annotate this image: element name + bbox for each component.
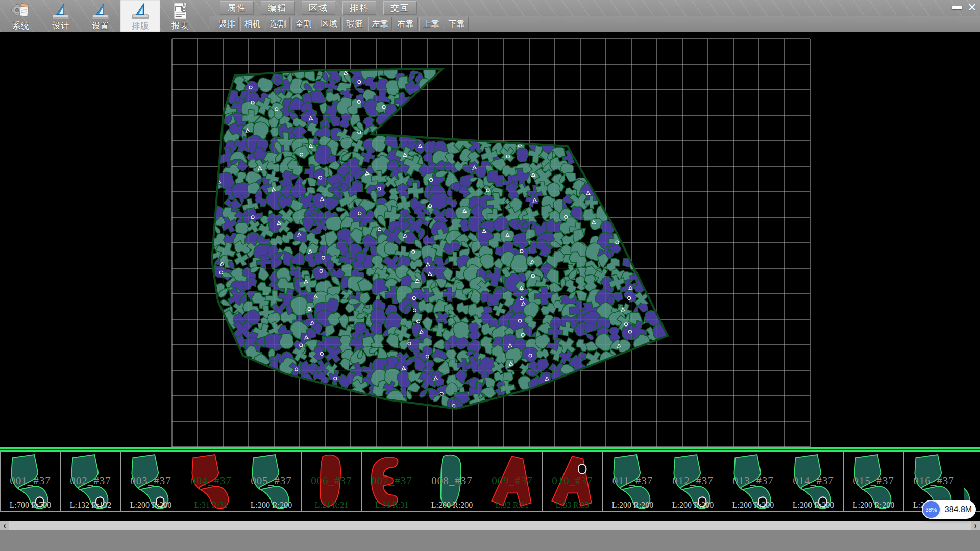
filmstrip-cell-002_#37[interactable]: 002_#37L:132 R:132 [60,452,120,512]
tool-button-选割[interactable]: 选割 [266,17,290,31]
tool-button-全割[interactable]: 全割 [291,17,315,31]
scroll-left-button[interactable]: ‹ [0,521,9,530]
piece-name: 002_#37 [61,474,120,487]
piece-name: 010_#37 [543,474,602,487]
close-icon: ✕ [967,1,976,14]
menu-tab-交互[interactable]: 交互 [383,1,417,15]
report-document-icon [169,2,191,20]
piece-lr-count: L:200 R:200 [603,500,663,510]
app-tab-label: 设计 [52,21,69,32]
tool-button-bar: 聚排相机选割全割区域瑕疵左靠右靠上靠下靠 [215,17,469,31]
piece-name: 0 [964,474,980,487]
nesting-ruler-icon [130,2,151,20]
tool-button-左靠[interactable]: 左靠 [368,17,392,31]
filmstrip-gap [0,512,980,521]
tool-button-瑕疵[interactable]: 瑕疵 [342,17,366,31]
piece-name: 005_#37 [241,474,301,487]
nesting-canvas[interactable] [0,32,980,447]
app-tab-系统[interactable]: 系统 [1,0,41,32]
piece-lr-count: L:200 R:200 [663,500,723,510]
piece-filmstrip: 001_#37L:700 R:700002_#37L:132 R:132003_… [0,452,980,512]
piece-lr-count: L:200 R:200 [121,500,181,510]
piece-lr-count: L:132 R:132 [61,500,120,510]
filmstrip-cell-012_#37[interactable]: 012_#37L:200 R:200 [663,452,723,512]
filmstrip-cell-001_#37[interactable]: 001_#37L:700 R:700 [0,452,60,512]
app-tab-报表[interactable]: 报表 [160,0,200,32]
nesting-canvas-svg [0,32,980,447]
settings-ruler-icon [90,2,111,20]
app-tab-label: 报表 [172,21,189,32]
minimize-button[interactable] [949,1,964,14]
close-button[interactable]: ✕ [965,1,979,14]
piece-lr-count: L:700 R:700 [1,500,60,510]
progress-circle: 38% [922,500,941,519]
filmstrip-cell-004_#37[interactable]: 004_#37L:31 R:31 [181,452,241,512]
app-tab-排版[interactable]: 排版 [120,0,160,32]
status-bar [0,530,980,551]
design-ruler-icon [50,2,71,20]
filmstrip-cell-014_#37[interactable]: 014_#37L:200 R:200 [783,452,843,512]
piece-lr-count: L:21 R:21 [302,500,361,510]
app-tab-设置[interactable]: 设置 [81,0,120,32]
piece-name: 003_#37 [121,474,181,487]
piece-lr-count: L:200 R:200 [783,500,843,510]
app-tab-label: 设置 [92,21,109,32]
filmstrip-cell-005_#37[interactable]: 005_#37L:200 R:200 [241,452,301,512]
app-tab-bar: 系统设计设置排版报表 [1,0,200,32]
memory-progress-pill: 38% 384.8M [922,500,976,519]
filmstrip-separator [0,447,980,452]
menu-tab-排料[interactable]: 排料 [342,1,376,15]
memory-value: 384.8M [941,505,976,514]
tool-button-右靠[interactable]: 右靠 [394,17,418,31]
piece-name: 015_#37 [844,474,903,487]
tool-button-聚排[interactable]: 聚排 [215,17,239,31]
tool-button-区域[interactable]: 区域 [317,17,341,31]
piece-name: 004_#37 [181,474,241,487]
menu-tab-区域[interactable]: 区域 [302,1,335,15]
piece-name: 008_#37 [422,474,482,487]
piece-lr-count: L:200 R:200 [844,500,903,510]
piece-name: 016_#37 [904,474,964,487]
tool-button-下靠[interactable]: 下靠 [445,17,469,31]
piece-name: 014_#37 [783,474,843,487]
piece-name: 011_#37 [603,474,663,487]
filmstrip-cell-009_#37[interactable]: 009_#37L:32 R:31 [482,452,542,512]
system-gear-icon [10,2,32,20]
piece-lr-count: L:33 R:33 [543,500,602,510]
piece-lr-count: L:32 R:31 [482,500,542,510]
piece-name: 006_#37 [302,474,361,487]
piece-name: 012_#37 [663,474,723,487]
filmstrip-cell-010_#37[interactable]: 010_#37L:33 R:33 [542,452,602,512]
piece-name: 007_#37 [362,474,422,487]
filmstrip-cell-007_#37[interactable]: 007_#37L:31 R:31 [361,452,422,512]
filmstrip-cell-013_#37[interactable]: 013_#37L:200 R:200 [723,452,783,512]
app-tab-设计[interactable]: 设计 [41,0,81,32]
filmstrip-cell-015_#37[interactable]: 015_#37L:200 R:200 [843,452,903,512]
app-tab-label: 排版 [132,21,149,32]
menu-tab-bar: 属性编辑区域排料交互 [220,1,417,15]
filmstrip-cell-006_#37[interactable]: 006_#37L:21 R:21 [301,452,361,512]
piece-lr-count: L:31 R:31 [181,500,241,510]
filmstrip-cell-011_#37[interactable]: 011_#37L:200 R:200 [602,452,663,512]
tool-button-上靠[interactable]: 上靠 [419,17,443,31]
horizontal-scrollbar[interactable]: ‹ › [0,521,980,530]
menu-tab-属性[interactable]: 属性 [220,1,254,15]
piece-name: 001_#37 [1,474,60,487]
piece-lr-count: L:200 R:200 [422,500,482,510]
piece-lr-count: L:200 R:200 [241,500,301,510]
tool-button-相机[interactable]: 相机 [240,17,264,31]
menu-tab-编辑[interactable]: 编辑 [261,1,295,15]
scroll-right-button[interactable]: › [971,521,980,530]
top-toolbar: 系统设计设置排版报表 属性编辑区域排料交互 聚排相机选割全割区域瑕疵左靠右靠上靠… [0,0,980,32]
app-tab-label: 系统 [12,21,30,32]
piece-name: 009_#37 [482,474,542,487]
piece-lr-count: L:31 R:31 [362,500,422,510]
filmstrip-cell-008_#37[interactable]: 008_#37L:200 R:200 [422,452,482,512]
piece-lr-count: L:200 R:200 [723,500,783,510]
filmstrip-cell-003_#37[interactable]: 003_#37L:200 R:200 [120,452,181,512]
piece-name: 013_#37 [723,474,783,487]
minimize-icon [952,6,962,9]
